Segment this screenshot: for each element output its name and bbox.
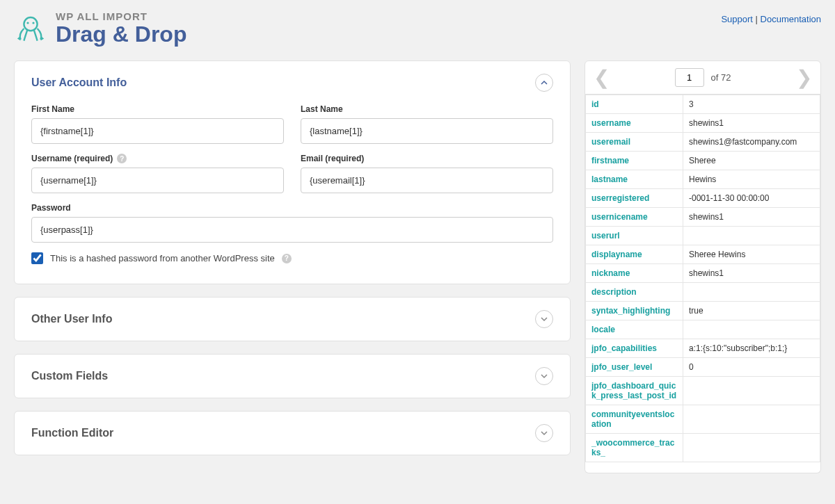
record-value[interactable] [683,227,820,245]
record-value[interactable]: Sheree [683,152,820,170]
panel-title: Function Editor [31,427,113,439]
record-key[interactable]: description [586,283,683,302]
email-input[interactable] [301,168,553,193]
help-icon[interactable]: ? [117,154,127,163]
record-value[interactable] [683,320,820,339]
record-key[interactable]: jpfo_capabilities [586,339,683,358]
record-key[interactable]: usernicename [586,208,683,227]
header-branding: WP ALL IMPORT Drag & Drop [14,10,186,47]
record-total-label: of 72 [711,72,731,83]
user-account-info-header[interactable]: User Account Info [15,61,570,104]
table-row: firstnameSheree [586,152,820,170]
record-preview-scroll[interactable]: id3usernameshewins1useremailshewins1@fas… [585,95,820,473]
record-key[interactable]: lastname [586,170,683,189]
record-value[interactable]: 0 [683,358,820,377]
record-key[interactable]: displayname [586,245,683,264]
prev-record-button[interactable]: ❮ [594,68,610,88]
other-user-info-panel: Other User Info [14,297,571,341]
record-value[interactable]: -0001-11-30 00:00:00 [683,189,820,208]
password-label: Password [31,203,553,213]
support-link[interactable]: Support [721,14,753,24]
next-record-button[interactable]: ❯ [796,68,812,88]
record-value[interactable] [683,377,820,405]
table-row: userregistered-0001-11-30 00:00:00 [586,189,820,208]
record-key[interactable]: syntax_highlighting [586,302,683,320]
table-row: useremailshewins1@fastcompany.com [586,133,820,152]
app-name: WP ALL IMPORT [56,10,186,22]
logo-icon [14,12,47,45]
record-value[interactable]: Hewins [683,170,820,189]
table-row: usernameshewins1 [586,114,820,133]
record-navigator: ❮ of 72 ❯ [584,60,821,95]
hashed-password-label: This is a hashed password from another W… [50,253,275,263]
password-input[interactable] [31,217,553,243]
custom-fields-header[interactable]: Custom Fields [15,355,570,398]
record-key[interactable]: locale [586,320,683,339]
table-row: jpfo_user_level0 [586,358,820,377]
lastname-field: Last Name [301,104,553,144]
email-label: Email (required) [301,154,553,163]
record-value[interactable] [683,405,820,434]
lastname-label: Last Name [301,104,553,114]
record-key[interactable]: jpfo_dashboard_quick_press_last_post_id [586,377,683,405]
record-value[interactable]: true [683,302,820,320]
chevron-up-icon[interactable] [535,74,553,92]
username-input[interactable] [31,168,284,193]
table-row: userurl [586,227,820,245]
record-key[interactable]: username [586,114,683,133]
record-value[interactable]: 3 [683,95,820,114]
panel-title: User Account Info [31,76,127,89]
table-row: _woocommerce_tracks_ [586,434,820,462]
lastname-input[interactable] [301,118,553,144]
header-links: Support | Documentation [721,10,821,24]
chevron-down-icon[interactable] [535,424,553,442]
record-key[interactable]: id [586,95,683,114]
svg-point-1 [26,22,29,24]
record-key[interactable]: useremail [586,133,683,152]
firstname-label: First Name [31,104,284,114]
chevron-down-icon[interactable] [535,310,553,328]
table-row: lastnameHewins [586,170,820,189]
record-value[interactable] [683,283,820,302]
record-value[interactable]: Sheree Hewins [683,245,820,264]
chevron-down-icon[interactable] [535,367,553,385]
record-key[interactable]: userregistered [586,189,683,208]
table-row: usernicenameshewins1 [586,208,820,227]
table-row: nicknameshewins1 [586,264,820,283]
help-icon[interactable]: ? [282,254,292,263]
panel-title: Custom Fields [31,370,108,382]
record-preview: id3usernameshewins1useremailshewins1@fas… [584,95,821,473]
username-field: Username (required)? [31,154,284,193]
record-key[interactable]: _woocommerce_tracks_ [586,434,683,462]
firstname-input[interactable] [31,118,284,144]
firstname-field: First Name [31,104,284,144]
record-key[interactable]: nickname [586,264,683,283]
record-value[interactable]: a:1:{s:10:"subscriber";b:1;} [683,339,820,358]
record-value[interactable]: shewins1@fastcompany.com [683,133,820,152]
other-user-info-header[interactable]: Other User Info [15,298,570,341]
table-row: description [586,283,820,302]
record-value[interactable]: shewins1 [683,264,820,283]
record-value[interactable]: shewins1 [683,114,820,133]
page-header: WP ALL IMPORT Drag & Drop Support | Docu… [0,0,835,60]
documentation-link[interactable]: Documentation [761,14,821,24]
svg-point-2 [32,22,34,24]
record-value[interactable]: shewins1 [683,208,820,227]
user-account-info-panel: User Account Info First Name Last Name [14,60,571,284]
table-row: id3 [586,95,820,114]
table-row: jpfo_capabilitiesa:1:{s:10:"subscriber";… [586,339,820,358]
record-index-input[interactable] [675,68,704,87]
record-key[interactable]: firstname [586,152,683,170]
hashed-password-checkbox[interactable] [31,252,43,264]
table-row: communityeventslocation [586,405,820,434]
table-row: locale [586,320,820,339]
record-table: id3usernameshewins1useremailshewins1@fas… [585,95,820,462]
custom-fields-panel: Custom Fields [14,354,571,398]
panel-title: Other User Info [31,313,112,325]
record-key[interactable]: userurl [586,227,683,245]
record-key[interactable]: jpfo_user_level [586,358,683,377]
table-row: displaynameSheree Hewins [586,245,820,264]
function-editor-header[interactable]: Function Editor [15,412,570,455]
record-key[interactable]: communityeventslocation [586,405,683,434]
record-value[interactable] [683,434,820,462]
